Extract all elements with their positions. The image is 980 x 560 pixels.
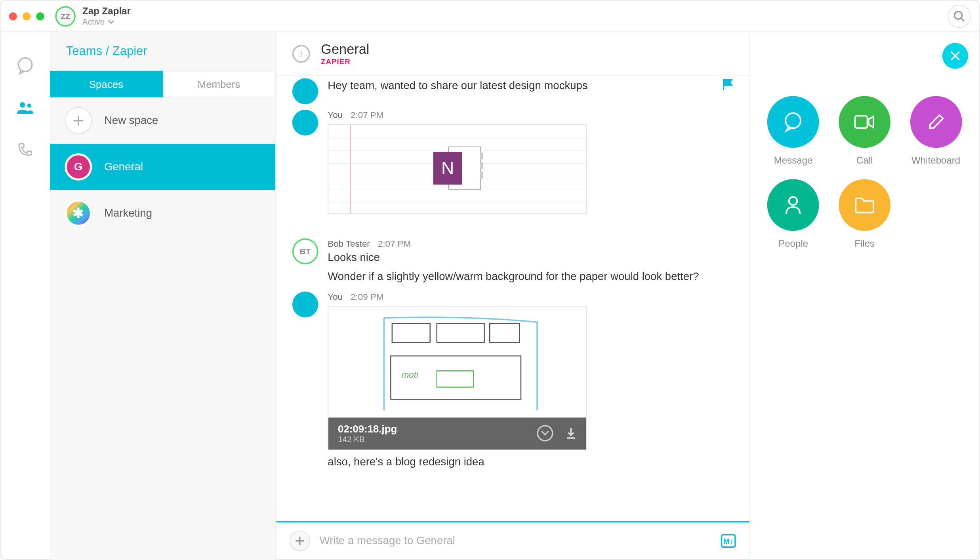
video-icon xyxy=(839,96,890,148)
message-avatar xyxy=(292,78,318,104)
close-panel-button[interactable] xyxy=(942,43,968,69)
attachment-menu-button[interactable] xyxy=(537,425,553,442)
messages-list[interactable]: Hey team, wanted to share our latest des… xyxy=(276,76,749,521)
chat-header: i General ZAPIER xyxy=(276,32,749,76)
action-call[interactable]: Call xyxy=(832,96,897,166)
space-avatar: G xyxy=(65,153,92,181)
user-status-dropdown[interactable]: Active xyxy=(82,17,131,27)
svg-rect-7 xyxy=(392,323,430,342)
sidebar: Teams / Zapier Spaces Members New space … xyxy=(50,32,276,559)
message-row: You 2:09 PM mot xyxy=(292,291,733,470)
nav-calls[interactable] xyxy=(15,140,36,160)
person-icon xyxy=(767,179,819,231)
chat-main: i General ZAPIER Hey team, wanted to sha… xyxy=(276,32,750,559)
svg-line-1 xyxy=(961,18,964,21)
message-text: Hey team, wanted to share our latest des… xyxy=(328,78,733,94)
svg-text:moti: moti xyxy=(402,370,419,379)
onenote-icon: N xyxy=(433,147,481,192)
space-avatar: ✱ xyxy=(65,200,92,227)
maximize-window-button[interactable] xyxy=(36,12,44,20)
message-avatar xyxy=(292,110,318,135)
user-name: Zap Zaplar xyxy=(82,6,131,17)
svg-point-17 xyxy=(786,113,801,128)
new-space-button[interactable]: New space xyxy=(50,97,275,144)
space-general[interactable]: G General xyxy=(50,144,275,190)
svg-point-3 xyxy=(20,102,25,108)
folder-icon xyxy=(839,179,890,231)
user-info[interactable]: Zap Zaplar Active xyxy=(82,6,131,27)
svg-rect-18 xyxy=(855,116,868,128)
search-icon xyxy=(953,10,965,22)
chat-subtitle: ZAPIER xyxy=(321,57,369,65)
attachment-image[interactable]: moti 02:09:18.jpg 142 KB xyxy=(328,306,587,450)
attachment-footer: 02:09:18.jpg 142 KB xyxy=(328,417,586,450)
message-composer: M↓ xyxy=(276,521,749,559)
message-row: Hey team, wanted to share our latest des… xyxy=(292,78,733,104)
action-message[interactable]: Message xyxy=(761,96,826,166)
nav-rail xyxy=(1,32,50,559)
message-avatar xyxy=(292,291,318,317)
download-icon xyxy=(566,427,577,440)
spaces-list: New space G General ✱ Marketing xyxy=(50,97,275,559)
app-window: ZZ Zap Zaplar Active xyxy=(0,0,980,560)
attachment-filesize: 142 KB xyxy=(338,434,397,444)
tab-spaces[interactable]: Spaces xyxy=(50,71,163,97)
message-meta: Bob Tester 2:07 PM xyxy=(328,238,733,249)
svg-point-0 xyxy=(955,11,962,19)
message-text: Wonder if a slightly yellow/warm backgro… xyxy=(328,269,733,285)
attachment-filename: 02:09:18.jpg xyxy=(338,423,397,434)
close-window-button[interactable] xyxy=(9,12,17,20)
breadcrumb[interactable]: Teams / Zapier xyxy=(50,32,275,71)
actions-panel: Message Call Whiteboard xyxy=(750,32,979,559)
pencil-icon xyxy=(910,96,962,148)
chat-title: General xyxy=(321,42,369,57)
svg-rect-8 xyxy=(437,323,484,342)
action-people[interactable]: People xyxy=(761,179,826,248)
attachment-image[interactable]: N xyxy=(328,124,587,214)
titlebar: ZZ Zap Zaplar Active xyxy=(1,1,979,32)
chat-icon xyxy=(16,56,35,75)
phone-icon xyxy=(17,142,33,158)
message-meta: You 2:09 PM xyxy=(328,291,733,302)
nav-teams[interactable] xyxy=(15,97,36,118)
message-meta: You 2:07 PM xyxy=(328,110,733,120)
plus-icon xyxy=(295,536,305,546)
message-text: also, here's a blog redesign idea xyxy=(328,454,733,470)
attach-button[interactable] xyxy=(290,531,310,551)
people-icon xyxy=(16,100,35,115)
markdown-toggle[interactable]: M↓ xyxy=(721,534,736,547)
space-marketing[interactable]: ✱ Marketing xyxy=(50,190,275,236)
nav-messages[interactable] xyxy=(15,55,36,76)
flag-icon[interactable] xyxy=(722,78,733,91)
svg-point-2 xyxy=(18,58,32,71)
sidebar-tabs: Spaces Members xyxy=(50,71,275,97)
svg-rect-12 xyxy=(437,371,473,387)
minimize-window-button[interactable] xyxy=(23,12,31,20)
message-input[interactable] xyxy=(320,535,711,547)
message-text: Looks nice xyxy=(328,250,733,265)
info-button[interactable]: i xyxy=(292,45,310,63)
message-row: BT Bob Tester 2:07 PM Looks nice Wonder … xyxy=(292,238,733,285)
svg-point-4 xyxy=(27,103,31,107)
chevron-down-icon xyxy=(541,431,549,436)
plus-icon xyxy=(65,107,92,134)
message-row: You 2:07 PM N xyxy=(292,110,733,214)
message-icon xyxy=(767,96,819,148)
message-avatar: BT xyxy=(292,238,318,264)
close-icon xyxy=(950,50,961,61)
user-avatar[interactable]: ZZ xyxy=(55,6,76,27)
window-controls xyxy=(9,12,44,20)
download-button[interactable] xyxy=(566,427,577,440)
svg-point-19 xyxy=(789,197,797,205)
chevron-down-icon xyxy=(107,20,114,24)
search-button[interactable] xyxy=(948,4,971,27)
tab-members[interactable]: Members xyxy=(162,71,275,97)
action-whiteboard[interactable]: Whiteboard xyxy=(904,96,968,166)
action-files[interactable]: Files xyxy=(832,179,897,248)
svg-rect-9 xyxy=(490,323,519,342)
